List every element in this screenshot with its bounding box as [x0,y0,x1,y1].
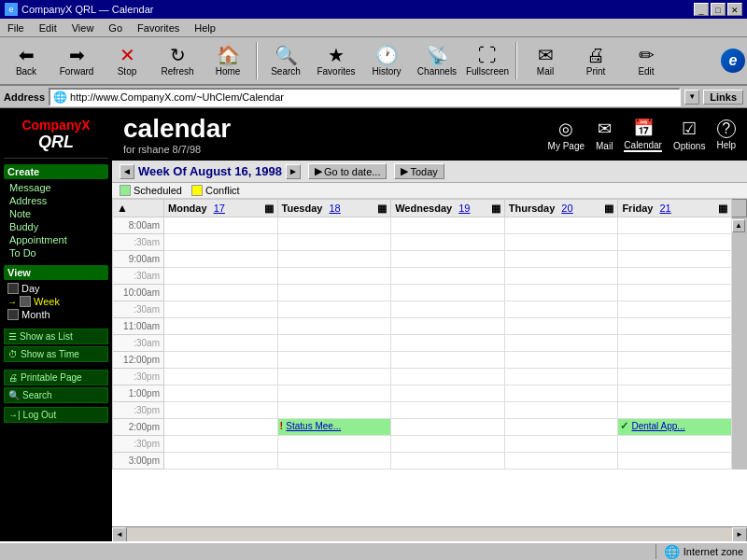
day-cell[interactable]: ! Status Mee... [277,419,391,436]
refresh-button[interactable]: ↻ Refresh [153,39,202,82]
day-cell [164,352,278,369]
scroll-right-button[interactable]: ► [732,527,747,542]
day-cell [391,385,505,402]
mail-nav[interactable]: ✉ Mail [596,119,613,151]
favorites-button[interactable]: ★ Favorites [312,39,360,82]
forward-icon: ➡ [69,46,85,64]
show-time-button[interactable]: ⏱ Show as Time [4,346,108,362]
calendar-table: ▲ Monday 17 ▦ Tuesday 18 ▦ [112,199,747,469]
mypage-icon: ◎ [558,119,573,139]
day-cell [504,436,618,453]
sidebar: CompanyX QRL Create Message Address Note… [0,108,112,541]
main-area: CompanyX QRL Create Message Address Note… [0,108,747,541]
menu-help[interactable]: Help [190,21,219,35]
logout-button[interactable]: →| Log Out [4,407,108,423]
printable-page-button[interactable]: 🖨 Printable Page [4,370,108,385]
mypage-nav[interactable]: ◎ My Page [548,119,585,151]
time-row: 11:00am [113,318,747,335]
tuesday-add-icon[interactable]: ▦ [377,203,387,215]
view-day[interactable]: Day [4,282,108,295]
window-controls[interactable]: _ □ ✕ [694,3,742,16]
sidebar-item-message[interactable]: Message [4,181,108,194]
prev-week-button[interactable]: ◄ [120,164,134,179]
sidebar-item-todo[interactable]: To Do [4,246,108,259]
help-nav[interactable]: ? Help [716,119,736,150]
time-row: :30pm [113,436,747,453]
menu-go[interactable]: Go [105,21,126,35]
next-week-button[interactable]: ► [286,164,301,179]
mail-button[interactable]: ✉ Mail [521,39,570,82]
monday-header: Monday 17 ▦ [164,200,278,217]
day-cell [504,453,618,469]
collapse-icon[interactable]: ▲ [117,202,128,215]
day-cell [504,402,618,419]
view-month[interactable]: Month [4,308,108,321]
friday-add-icon[interactable]: ▦ [718,203,727,215]
options-nav[interactable]: ☑ Options [673,119,705,151]
channels-button[interactable]: 📡 Channels [413,39,461,82]
view-week[interactable]: → Week [4,295,108,308]
logo-company: CompanyX [4,118,108,133]
sidebar-item-buddy[interactable]: Buddy [4,220,108,233]
menu-file[interactable]: File [4,21,28,35]
edit-button[interactable]: ✏ Edit [622,39,670,82]
friday-num[interactable]: 21 [659,203,670,214]
monday-num[interactable]: 17 [214,203,225,214]
day-cell [504,301,618,318]
today-button[interactable]: ▶ Today [394,163,444,179]
stop-button[interactable]: ✕ Stop [103,39,151,82]
monday-add-icon[interactable]: ▦ [264,203,274,215]
thursday-add-icon[interactable]: ▦ [604,203,613,215]
month-checkbox[interactable] [7,309,19,320]
day-cell [164,335,278,352]
vscroll-col: ▲ [732,217,747,234]
search-button[interactable]: 🔍 Search [261,39,310,82]
minimize-button[interactable]: _ [694,3,709,16]
sidebar-item-address[interactable]: Address [4,194,108,207]
menu-view[interactable]: View [68,21,98,35]
goto-date-button[interactable]: ▶ Go to date... [308,163,388,179]
day-cell [277,335,391,352]
back-button[interactable]: ⬅ Back [2,39,50,82]
wednesday-num[interactable]: 19 [458,203,470,214]
address-input[interactable] [70,91,676,103]
time-row: :30pm [113,369,747,385]
tuesday-num[interactable]: 18 [329,203,340,214]
scroll-left-button[interactable]: ◄ [112,527,127,542]
close-button[interactable]: ✕ [727,3,742,16]
vscroll-up-button[interactable]: ▲ [732,219,745,232]
day-cell [618,251,732,268]
day-checkbox[interactable] [7,283,19,294]
wednesday-add-icon[interactable]: ▦ [491,203,500,215]
scroll-track[interactable] [127,527,732,542]
sidebar-item-appointment[interactable]: Appointment [4,233,108,246]
scheduled-color [120,185,131,196]
history-button[interactable]: 🕐 History [362,39,411,82]
day-cell[interactable]: ✓ Dental App... [618,419,732,436]
calendar-nav[interactable]: 📅 Calendar [624,118,662,152]
forward-button[interactable]: ➡ Forward [52,39,101,82]
thursday-num[interactable]: 20 [561,203,572,214]
window-title: e CompanyX QRL — Calendar [5,3,153,16]
event-link[interactable]: Dental App... [631,421,684,431]
address-bar[interactable]: 🌐 [49,88,681,106]
event-link[interactable]: Status Mee... [286,421,341,431]
address-dropdown[interactable]: ▼ [684,90,699,105]
sidebar-item-note[interactable]: Note [4,207,108,220]
maximize-button[interactable]: □ [711,3,726,16]
fullscreen-button[interactable]: ⛶ Fullscreen [463,39,512,82]
home-button[interactable]: 🏠 Home [204,39,252,82]
calendar-header: calendar for rshane 8/7/98 ◎ My Page ✉ M… [112,108,747,161]
search-sidebar-button[interactable]: 🔍 Search [4,387,108,403]
menu-favorites[interactable]: Favorites [134,21,183,35]
day-cell [164,285,278,301]
links-button[interactable]: Links [703,90,743,105]
day-cell [618,217,732,234]
week-checkbox[interactable] [20,296,31,307]
day-cell [391,268,505,285]
stop-icon: ✕ [120,46,135,64]
search-sidebar-label: Search [22,390,52,400]
show-list-button[interactable]: ☰ Show as List [4,329,108,344]
print-button[interactable]: 🖨 Print [571,39,620,82]
menu-edit[interactable]: Edit [35,21,61,35]
